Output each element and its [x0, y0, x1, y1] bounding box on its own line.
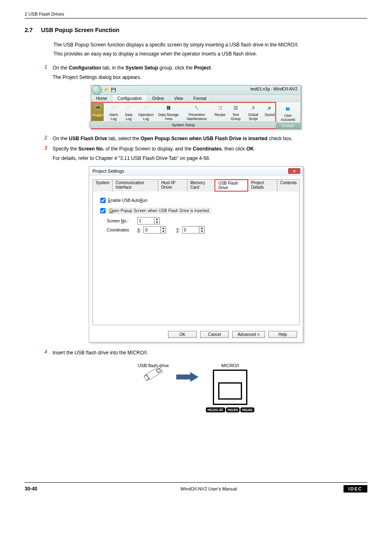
- screen-no-input[interactable]: [137, 217, 154, 224]
- step-3-text: Specify the Screen No. of the Popup Scre…: [53, 145, 367, 153]
- x-up[interactable]: ▲: [161, 227, 166, 230]
- enable-autorun-row: EEnable USB AutoRunnable USB AutoRun: [99, 197, 293, 204]
- ribbon-tabs: Home Configuration Online View Format: [91, 95, 301, 102]
- x-label: X:: [137, 228, 141, 232]
- y-up[interactable]: ▲: [199, 227, 204, 230]
- step-2: 2 On the USB Flash Drive tab, select the…: [25, 135, 367, 143]
- ribbon-titlebar: 📂 💾 test01.n3g - WindO/I-NV2: [91, 86, 301, 95]
- step-2-text: On the USB Flash Drive tab, select the O…: [53, 135, 367, 143]
- manual-title: WindO/I-NV2 User's Manual: [74, 486, 344, 491]
- tab-communication-interface[interactable]: Communication Interface: [112, 179, 158, 192]
- tab-format[interactable]: Format: [189, 95, 212, 102]
- open-popup-checkbox[interactable]: [100, 208, 106, 213]
- tab-online[interactable]: Online: [147, 95, 169, 102]
- y-label: Y:: [176, 228, 180, 232]
- intro-line1: The USB Popup Screen function displays a…: [53, 42, 299, 48]
- tab-memory-card[interactable]: Memory Card: [187, 179, 215, 192]
- recipe-button[interactable]: 📋Recipe: [214, 103, 225, 121]
- dialog-titlebar: Project Settings ✕: [89, 166, 303, 176]
- screen-no-spinner: ▲▼: [137, 217, 160, 224]
- advanced-button[interactable]: Advanced >: [232, 331, 265, 338]
- protect-group: 👥User Accounts Protect: [276, 102, 301, 129]
- usb-side: USB flash drive: [138, 363, 169, 379]
- global-script-button[interactable]: SGlobal Script: [246, 103, 261, 121]
- system-setup-group-label: System Setup: [89, 122, 278, 128]
- close-button[interactable]: ✕: [288, 168, 300, 174]
- user-accounts-button[interactable]: 👥User Accounts: [279, 104, 297, 122]
- step-4: 4 Insert the USB flash drive into the MI…: [25, 349, 367, 357]
- tab-system[interactable]: System: [92, 179, 113, 192]
- step-3-number: 3: [44, 145, 53, 153]
- ribbon-screenshot: 📂 💾 test01.n3g - WindO/I-NV2 Home Config…: [91, 85, 301, 129]
- arrow-icon: [176, 372, 198, 383]
- y-input[interactable]: [182, 226, 199, 234]
- micro-device-icon: [213, 370, 247, 405]
- tab-usb-flash-drive[interactable]: USB Flash Drive: [214, 179, 248, 192]
- text-group-button[interactable]: 🔤Text Group: [229, 103, 242, 121]
- system-setup-group: 🖥️Project 📄Alarm Log 📄Data Log 📄Operatio…: [91, 102, 276, 129]
- project-settings-dialog: Project Settings ✕ System Communication …: [89, 166, 303, 342]
- tab-home[interactable]: Home: [91, 95, 113, 102]
- micro-label: MICRO/I: [206, 363, 254, 368]
- screen-no-down[interactable]: ▼: [154, 221, 159, 224]
- ribbon-row: 🖥️Project 📄Alarm Log 📄Data Log 📄Operatio…: [91, 102, 301, 129]
- sound-button[interactable]: 🔊Sound: [265, 103, 275, 121]
- step-1-subtext: The Project Settings dialog box appears.: [53, 74, 367, 80]
- ok-button[interactable]: OK: [168, 331, 197, 338]
- open-popup-row: Open Popup Screen when USB Flash Drive i…: [99, 207, 293, 215]
- coordinates-row: Coordinates X: ▲▼ Y: ▲▼: [107, 226, 293, 234]
- dialog-tabs: System Communication Interface Host I/F …: [89, 176, 303, 192]
- model-badges: HG2G-5F HG3G HG4G: [206, 407, 254, 412]
- tab-configuration[interactable]: Configuration: [113, 95, 147, 102]
- project-button[interactable]: 🖥️Project: [92, 103, 104, 121]
- step-4-number: 4: [44, 349, 53, 357]
- quick-access-toolbar: 📂 💾: [104, 88, 116, 92]
- x-input[interactable]: [143, 226, 161, 234]
- operation-log-button[interactable]: 📄Operation Log: [138, 103, 154, 121]
- screen-no-row: Screen No.: ▲▼: [107, 217, 293, 224]
- screen-no-label: Screen No.:: [107, 219, 135, 223]
- preventive-maintenance-button[interactable]: 🔧Preventive Maintenance: [183, 103, 210, 121]
- dialog-title: Project Settings: [92, 169, 124, 173]
- qat-save-icon[interactable]: 💾: [111, 88, 116, 92]
- tab-project-details[interactable]: Project Details: [248, 179, 277, 192]
- cancel-button[interactable]: Cancel: [200, 331, 229, 338]
- x-spinner: ▲▼: [143, 226, 166, 234]
- step-3-subtext: For details, refer to Chapter 4 "3.11 US…: [53, 155, 367, 161]
- y-spinner: ▲▼: [182, 226, 205, 234]
- qat-open-icon[interactable]: 📂: [104, 88, 109, 92]
- dialog-buttons: OK Cancel Advanced > Help: [89, 328, 303, 342]
- enable-autorun-label: EEnable USB AutoRunnable USB AutoRun: [108, 198, 148, 203]
- section-title: USB Popup Screen Function: [41, 27, 120, 33]
- step-4-text: Insert the USB flash drive into the MICR…: [53, 349, 367, 357]
- y-down[interactable]: ▼: [199, 230, 204, 233]
- step-1: 1 On the Configuration tab, in the Syste…: [25, 64, 367, 72]
- page-number: 30-40: [25, 486, 74, 492]
- step-1-number: 1: [44, 64, 53, 72]
- help-button[interactable]: Help: [268, 331, 297, 338]
- screen-no-up[interactable]: ▲: [154, 217, 159, 221]
- section-number: 2.7: [25, 27, 41, 33]
- app-menu-orb[interactable]: [92, 85, 102, 95]
- tab-view[interactable]: View: [169, 95, 189, 102]
- badge-hg3g: HG3G: [226, 407, 240, 412]
- x-down[interactable]: ▼: [161, 230, 166, 233]
- tab-contents[interactable]: Contents: [277, 179, 300, 192]
- svg-marker-3: [176, 372, 198, 382]
- alarm-log-button[interactable]: 📄Alarm Log: [108, 103, 119, 121]
- coordinates-label: Coordinates: [107, 228, 135, 232]
- intro-paragraph: The USB Popup Screen function displays a…: [53, 41, 367, 58]
- data-log-button[interactable]: 📄Data Log: [124, 103, 134, 121]
- svg-rect-1: [146, 366, 163, 379]
- insert-diagram: USB flash drive MICRO/I HG2G-5F HG3G HG4…: [134, 363, 258, 412]
- data-storage-area-button[interactable]: 🗄️Data Storage Area: [158, 103, 179, 121]
- protect-group-label: Protect: [276, 123, 300, 129]
- enable-autorun-checkbox[interactable]: [100, 198, 106, 203]
- tab-host-if-driver[interactable]: Host I/F Driver: [158, 179, 187, 192]
- usb-stick-icon: [143, 366, 163, 381]
- brand-logo: IDEC: [344, 485, 367, 493]
- step-1-text: On the Configuration tab, in the System …: [53, 64, 367, 72]
- running-header: 2 USB Flash Drives: [25, 12, 367, 18]
- step-3: 3 Specify the Screen No. of the Popup Sc…: [25, 145, 367, 153]
- usb-label: USB flash drive: [138, 363, 169, 368]
